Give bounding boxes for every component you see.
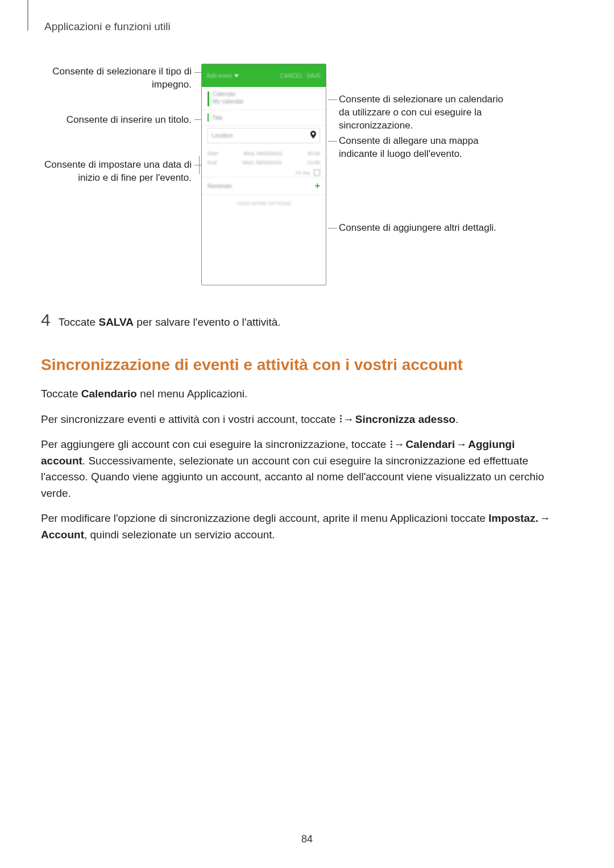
annotation-bracket xyxy=(199,156,200,174)
end-date: Wed, 06/03/2015 xyxy=(243,160,281,165)
cancel-button[interactable]: CANCEL xyxy=(280,73,303,79)
chevron-down-icon xyxy=(234,74,239,77)
paragraph-open-calendar: Toccate Calendario nel menu Applicazioni… xyxy=(41,386,553,402)
reminder-row[interactable]: Reminder + xyxy=(202,177,326,195)
location-field[interactable]: Location xyxy=(208,128,320,143)
start-datetime[interactable]: Start Wed, 06/03/2015 20:00 xyxy=(208,149,320,158)
title-field[interactable]: Title xyxy=(202,110,326,126)
annotation-select-calendar: Consente di selezionare un calendario da… xyxy=(339,93,515,132)
phone-screenshot: Add event CANCEL SAVE Calendar My calend… xyxy=(201,64,326,285)
annotation-line xyxy=(194,72,201,73)
title-placeholder: Title xyxy=(212,114,223,122)
step-number: 4 xyxy=(41,307,51,333)
annotation-set-dates: Consente di impostare una data di inizio… xyxy=(41,159,192,185)
annotation-line xyxy=(328,99,337,100)
start-date: Wed, 06/03/2015 xyxy=(243,151,282,156)
datetime-section: Start Wed, 06/03/2015 20:00 End Wed, 06/… xyxy=(202,146,326,177)
annotation-insert-title: Consente di inserire un titolo. xyxy=(41,114,192,127)
end-time: 21:00 xyxy=(307,160,320,165)
annotation-line xyxy=(194,119,201,120)
all-day-label: All day xyxy=(295,170,310,176)
body-content: 4 Toccate SALVA per salvare l'evento o l… xyxy=(41,307,553,552)
annotation-more-details: Consente di aggiungere altri dettagli. xyxy=(339,222,515,235)
save-button[interactable]: SAVE xyxy=(306,73,321,79)
more-options-icon xyxy=(389,441,393,450)
page-number: 84 xyxy=(0,833,614,845)
annotation-attach-map: Consente di allegare una mappa indicante… xyxy=(339,135,515,161)
location-placeholder: Location xyxy=(211,132,233,139)
calendar-subname: My calendar xyxy=(213,98,243,105)
annotation-line xyxy=(194,165,201,165)
annotation-line xyxy=(328,141,337,142)
event-type-label: Add event xyxy=(206,73,232,79)
annotation-line xyxy=(328,228,337,229)
calendar-name: Calendar xyxy=(213,90,243,98)
checkbox-icon[interactable] xyxy=(314,169,320,176)
page-header-breadcrumb: Applicazioni e funzioni utili xyxy=(44,20,171,33)
more-options-icon xyxy=(339,415,342,424)
annotation-event-type: Consente di selezionare il tipo di impeg… xyxy=(41,65,192,92)
paragraph-add-accounts: Per aggiungere gli account con cui esegu… xyxy=(41,437,553,501)
map-pin-icon[interactable] xyxy=(310,131,316,140)
paragraph-sync-now: Per sincronizzare eventi e attività con … xyxy=(41,412,553,428)
reminder-label: Reminder xyxy=(208,182,232,190)
paragraph-modify-sync-option: Per modificare l'opzione di sincronizzaz… xyxy=(41,510,553,543)
calendar-color-indicator xyxy=(208,92,209,106)
all-day-toggle[interactable]: All day xyxy=(208,167,320,177)
page-margin-indicator xyxy=(27,0,28,31)
add-icon[interactable]: + xyxy=(315,181,320,191)
calendar-selector[interactable]: Calendar My calendar xyxy=(202,87,326,110)
event-editor-diagram: Consente di selezionare il tipo di impeg… xyxy=(41,64,573,296)
section-heading-sync: Sincronizzazione di eventi e attività co… xyxy=(41,353,553,377)
step-text: Toccate SALVA per salvare l'evento o l'a… xyxy=(59,314,281,331)
step-4: 4 Toccate SALVA per salvare l'evento o l… xyxy=(41,307,553,333)
phone-topbar: Add event CANCEL SAVE xyxy=(202,64,326,87)
end-label: End xyxy=(208,160,217,165)
start-time: 20:00 xyxy=(307,151,320,156)
view-more-options[interactable]: VIEW MORE OPTIONS xyxy=(202,195,326,212)
end-datetime[interactable]: End Wed, 06/03/2015 21:00 xyxy=(208,158,320,167)
event-type-dropdown[interactable]: Add event xyxy=(206,73,239,79)
start-label: Start xyxy=(208,151,218,156)
text-cursor-icon xyxy=(208,114,209,122)
